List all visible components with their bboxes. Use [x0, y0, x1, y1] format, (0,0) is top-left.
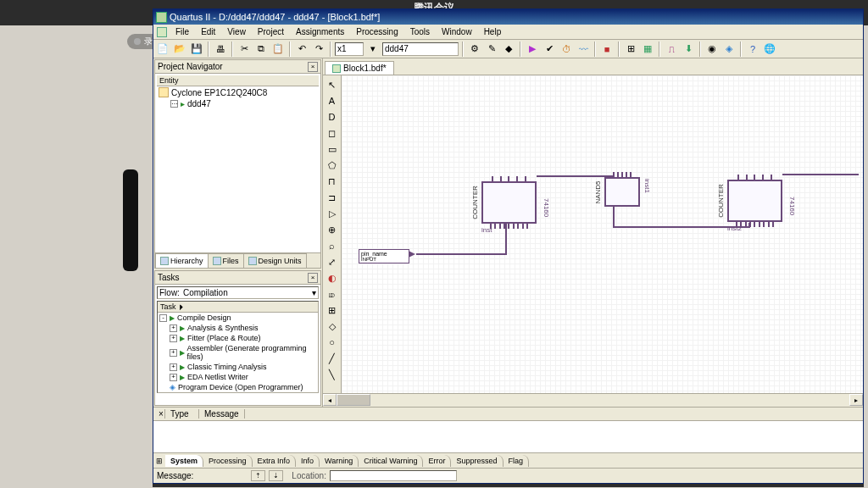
save-icon[interactable]: 💾	[189, 42, 204, 57]
symbol-tool-icon[interactable]: D	[325, 109, 340, 125]
task-programmer[interactable]: ◈Program Device (Open Programmer)	[158, 382, 318, 392]
fullscreen-tool-icon[interactable]: ⤢	[325, 254, 340, 269]
select-tool-icon[interactable]: ↖	[325, 77, 340, 92]
menu-help[interactable]: Help	[479, 25, 507, 38]
zoom-dropdown-icon[interactable]: ▾	[365, 42, 381, 57]
messages-body[interactable]	[153, 421, 863, 452]
project-name-field[interactable]	[382, 42, 459, 56]
rubberband-tool-icon[interactable]: ◐	[325, 270, 340, 286]
line-tool-icon[interactable]: ╱	[325, 351, 340, 366]
redo-icon[interactable]: ↷	[311, 42, 326, 57]
schematic-canvas[interactable]: pin_name INPUT COUNTER 74160 inst	[342, 75, 863, 393]
msg-tab-critical[interactable]: Critical Warning	[359, 455, 423, 467]
input-pin[interactable]: pin_name INPUT	[359, 249, 409, 263]
settings-icon[interactable]: ⚙	[467, 42, 482, 57]
analysis-icon[interactable]: ✔	[542, 42, 557, 57]
menu-window[interactable]: Window	[437, 25, 477, 38]
flow-dropdown[interactable]: Compilation	[183, 288, 309, 297]
location-field[interactable]	[330, 470, 457, 481]
menu-file[interactable]: File	[170, 25, 194, 38]
task-eda[interactable]: +▶EDA Netlist Writer	[158, 372, 318, 382]
block-tool-icon[interactable]: ◻	[325, 125, 340, 141]
menu-assignments[interactable]: Assignments	[291, 25, 349, 38]
menu-processing[interactable]: Processing	[351, 25, 403, 38]
rect-tool-icon[interactable]: ▭	[325, 141, 340, 157]
device-notch	[123, 169, 138, 271]
menu-project[interactable]: Project	[253, 25, 289, 38]
grid-tool-icon[interactable]: ⊞	[325, 302, 340, 318]
rotate-tool-icon[interactable]: ○	[325, 335, 340, 350]
signaltap-icon[interactable]: ⎍	[664, 42, 679, 57]
print-icon[interactable]: 🖶	[213, 42, 228, 57]
node-tool-icon[interactable]: ⬠	[325, 158, 340, 173]
close-panel-icon[interactable]: ×	[308, 62, 318, 72]
timing-icon[interactable]: ⏱	[559, 42, 574, 57]
undo-icon[interactable]: ↶	[294, 42, 309, 57]
junction-tool-icon[interactable]: ⊕	[325, 222, 340, 237]
menu-tools[interactable]: Tools	[405, 25, 435, 38]
msg-tab-flag[interactable]: Flag	[504, 455, 530, 467]
tree-expand-icon[interactable]: ⋯	[170, 100, 178, 108]
zoom-tool-icon[interactable]: ⌕	[325, 238, 340, 253]
rtl-viewer-icon[interactable]: ◉	[704, 42, 720, 57]
scroll-right-icon[interactable]: ▸	[849, 394, 863, 406]
task-timing[interactable]: +▶Classic Timing Analysis	[158, 362, 318, 372]
pin-planner-icon[interactable]: ⊞	[623, 42, 638, 57]
msg-tab-system[interactable]: System	[165, 455, 203, 467]
arc-tool-icon[interactable]: ╲	[325, 367, 340, 382]
component-nand[interactable]: NAND5	[604, 177, 640, 207]
compile-icon[interactable]: ▶	[525, 42, 540, 57]
menu-view[interactable]: View	[222, 25, 251, 38]
flip-tool-icon[interactable]: ◇	[325, 319, 340, 334]
windows-taskbar[interactable]	[153, 484, 864, 487]
component-counter-2[interactable]: COUNTER	[727, 180, 782, 222]
entity-node[interactable]: ⋯ ▸ ddd47	[157, 98, 319, 109]
partial-line-tool-icon[interactable]: ⎄	[325, 286, 340, 302]
msg-tab-error[interactable]: Error	[423, 455, 451, 467]
tab-hierarchy[interactable]: Hierarchy	[155, 253, 209, 268]
tab-design-units[interactable]: Design Units	[243, 253, 307, 268]
diagonal-tool-icon[interactable]: ▷	[325, 206, 340, 221]
close-tasks-icon[interactable]: ×	[308, 273, 318, 283]
assignment-icon[interactable]: ✎	[484, 42, 499, 57]
copy-icon[interactable]: ⧉	[253, 42, 269, 57]
stop-icon[interactable]: ■	[599, 42, 615, 57]
msg-tab-processing[interactable]: Processing	[203, 455, 253, 467]
menu-edit[interactable]: Edit	[196, 25, 220, 38]
tab-files[interactable]: Files	[208, 253, 244, 268]
device-node[interactable]: Cyclone EP1C12Q240C8	[157, 86, 319, 98]
msg-tab-extrainfo[interactable]: Extra Info	[253, 455, 297, 467]
chip-planner-icon[interactable]: ▦	[640, 42, 655, 57]
scroll-thumb[interactable]	[337, 394, 370, 406]
document-tab[interactable]: Block1.bdf*	[325, 61, 394, 75]
status-prev-icon[interactable]: ⇡	[251, 470, 265, 481]
help-icon[interactable]: ?	[745, 42, 760, 57]
open-icon[interactable]: 📂	[172, 42, 187, 57]
bus-tool-icon[interactable]: ⊓	[325, 174, 340, 189]
component-counter-1[interactable]: COUNTER	[481, 181, 537, 224]
task-compile[interactable]: -▶Compile Design	[158, 313, 318, 323]
msg-tab-info[interactable]: Info	[296, 455, 320, 467]
task-fitter[interactable]: +▶Fitter (Place & Route)	[158, 333, 318, 343]
device-icon[interactable]: ◆	[501, 42, 516, 57]
task-assembler[interactable]: +▶Assembler (Generate programming files)	[158, 343, 318, 362]
cut-icon[interactable]: ✂	[236, 42, 252, 57]
programmer-icon[interactable]: ⬇	[681, 42, 696, 57]
flow-chevron-icon[interactable]: ▾	[312, 288, 316, 297]
scroll-left-icon[interactable]: ◂	[323, 394, 337, 406]
simulation-icon[interactable]: 〰	[576, 42, 591, 57]
horizontal-scrollbar[interactable]: ◂ ▸	[323, 393, 863, 407]
new-icon[interactable]: 📄	[155, 42, 170, 57]
toolbar: 📄 📂 💾 🖶 ✂ ⧉ 📋 ↶ ↷ ▾ ⚙ ✎ ◆ ▶ ✔ ⏱ 〰 ■ ⊞ ▦ …	[153, 40, 863, 58]
web-icon[interactable]: 🌐	[762, 42, 777, 57]
titlebar: Quartus II - D:/ddd47/ddd47 - ddd47 - [B…	[153, 9, 863, 25]
msg-tab-suppressed[interactable]: Suppressed	[451, 455, 503, 467]
status-next-icon[interactable]: ⇣	[269, 470, 283, 481]
text-tool-icon[interactable]: A	[325, 93, 340, 108]
paste-icon[interactable]: 📋	[270, 42, 286, 57]
conduit-tool-icon[interactable]: ⊐	[325, 190, 340, 205]
task-analysis[interactable]: +▶Analysis & Synthesis	[158, 323, 318, 333]
zoom-field[interactable]	[335, 42, 364, 56]
msg-tab-warning[interactable]: Warning	[320, 455, 359, 467]
tech-viewer-icon[interactable]: ◈	[721, 42, 737, 57]
